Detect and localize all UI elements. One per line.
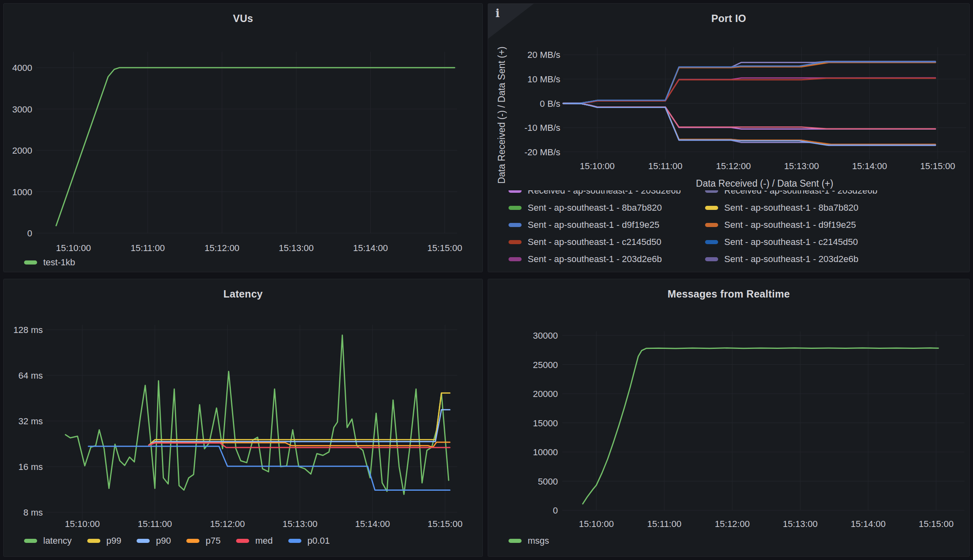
latency-legend: latencyp99p90p75medp0.01 [24,536,345,546]
series-line-sent-lightblue-negative [563,104,935,145]
legend-item[interactable]: Sent - ap-southeast-1 - d9f19e25 [509,220,705,230]
y-axis-tick-label: 1000 [12,187,32,197]
legend-label: Sent - ap-southeast-1 - 8ba7b820 [724,203,858,213]
legend-item[interactable]: Received - ap-southeast-1 - 203d2e6b [705,190,961,196]
x-axis-tick-label: 15:15:00 [428,519,463,529]
y-axis-tick-label: 10000 [533,447,558,457]
legend-swatch [509,206,522,210]
y-axis-tick-label: 4000 [12,63,32,73]
x-axis-tick-label: 15:11:00 [130,243,165,253]
panel-latency: Latency 8 ms16 ms32 ms64 ms128 ms15:10:0… [3,279,483,557]
legend-item[interactable]: Sent - ap-southeast-1 - c2145d50 [509,237,705,247]
messages-legend: msgs [509,536,565,546]
legend-item[interactable]: p75 [186,536,221,546]
legend-label: p0.01 [307,536,330,546]
legend-item[interactable]: Sent - ap-southeast-1 - 203d2e6b [705,254,961,265]
legend-label: test-1kb [43,257,75,268]
legend-item[interactable]: Sent - ap-southeast-1 - 203d2e6b [509,254,705,265]
series-line-sent-slate-positive [563,62,935,103]
legend-item[interactable]: latency [24,536,72,546]
series-line-sent-orange-positive [563,63,935,104]
grafana-dashboard: { "theme":{"page_bg":"#111217","panel_bg… [0,0,973,560]
y-axis-tick-label: 0 [553,505,558,516]
x-axis-tick-label: 15:14:00 [851,519,886,529]
legend-label: Sent - ap-southeast-1 - c2145d50 [528,237,661,247]
legend-item[interactable]: msgs [509,536,549,546]
x-axis-tick-label: 15:10:00 [56,243,91,253]
x-axis-tick-label: 15:15:00 [919,519,954,529]
legend-swatch [288,539,301,543]
x-axis-tick-label: 15:11:00 [138,519,172,529]
latency-chart-canvas[interactable]: 8 ms16 ms32 ms64 ms128 ms15:10:0015:11:0… [4,279,482,556]
vus-chart-canvas[interactable]: 0100020003000400015:10:0015:11:0015:12:0… [4,4,482,272]
legend-item[interactable]: med [236,536,273,546]
legend-label: Received - ap-southeast-1 - 203d2e6b [724,190,877,196]
legend-label: med [255,536,273,546]
x-axis-tick-label: 15:12:00 [716,161,751,171]
x-axis-tick-label: 15:11:00 [648,161,682,171]
y-axis-tick-label: 30000 [533,331,558,341]
y-axis-tick-label: 25000 [533,360,558,370]
legend-label: Sent - ap-southeast-1 - d9f19e25 [724,220,856,230]
legend-item[interactable]: p90 [137,536,171,546]
legend-swatch [705,257,718,261]
port-io-legend: Received - ap-southeast-1 - 203d2e6bRece… [509,190,961,272]
legend-item[interactable]: Sent - ap-southeast-1 - 8ba7b820 [705,203,961,213]
series-line-latency [65,335,449,494]
series-line-msgs [583,348,938,504]
y-axis-tick-label: 0 B/s [540,99,560,109]
legend-item[interactable]: Received - ap-southeast-1 - 203d2e6b [509,190,705,196]
y-axis-tick-label: 16 ms [18,462,43,472]
legend-label: Sent - ap-southeast-1 - c2145d50 [724,237,858,247]
legend-label: p75 [206,536,221,546]
series-line-sent-magenta-positive [563,78,935,103]
y-axis-tick-label: 3000 [12,104,32,115]
legend-item[interactable]: p99 [87,536,122,546]
x-axis-tick-label: 15:15:00 [427,243,462,253]
legend-swatch [24,260,37,265]
legend-label: Sent - ap-southeast-1 - 8ba7b820 [528,203,662,213]
y-axis-tick-label: 20 MB/s [527,50,560,60]
legend-swatch [705,190,718,193]
y-axis-tick-label: 2000 [12,146,32,156]
x-axis-tick-label: 15:12:00 [204,243,239,253]
legend-swatch [705,206,718,210]
y-axis-tick-label: 64 ms [18,370,43,381]
x-axis-tick-label: 15:10:00 [65,519,100,529]
legend-item[interactable]: Sent - ap-southeast-1 - 8ba7b820 [509,203,705,213]
messages-chart-canvas[interactable]: 05000100001500020000250003000015:10:0015… [488,279,969,556]
series-line-sent-red-positive [563,78,935,103]
panel-messages: Messages from Realtime 05000100001500020… [488,279,970,557]
legend-label: Sent - ap-southeast-1 - d9f19e25 [528,220,659,230]
legend-swatch [705,223,718,227]
y-axis-tick-label: 128 ms [13,325,43,335]
legend-item[interactable]: p0.01 [288,536,330,546]
y-axis-tick-label: -20 MB/s [524,147,560,157]
legend-item[interactable]: Sent - ap-southeast-1 - d9f19e25 [705,220,961,230]
legend-label: Received - ap-southeast-1 - 203d2e6b [528,190,681,196]
legend-swatch [509,190,522,193]
y-axis-tick-label: -10 MB/s [524,123,560,133]
legend-swatch [509,223,522,227]
series-line-p99 [149,393,450,445]
legend-label: Sent - ap-southeast-1 - 203d2e6b [724,254,858,265]
legend-label: latency [43,536,72,546]
legend-label: p99 [106,536,122,546]
legend-item[interactable]: Sent - ap-southeast-1 - c2145d50 [705,237,961,247]
legend-swatch [236,539,249,543]
legend-item[interactable]: test-1kb [24,257,75,268]
x-axis-tick-label: 15:10:00 [579,519,614,529]
legend-swatch [24,539,37,543]
legend-swatch [186,539,199,543]
y-axis-tick-label: 10 MB/s [527,74,560,84]
x-axis-tick-label: 15:10:00 [580,161,615,171]
y-axis-tick-label: 8 ms [23,507,43,518]
legend-swatch [509,240,522,244]
legend-swatch [509,257,522,261]
series-line-sent-yellow-positive [563,62,935,103]
legend-swatch [705,240,718,244]
x-axis-tick-label: 15:12:00 [715,519,750,529]
y-axis-tick-label: 5000 [538,476,558,487]
legend-label: p90 [156,536,171,546]
series-line-sent-yellow-negative [563,104,935,145]
